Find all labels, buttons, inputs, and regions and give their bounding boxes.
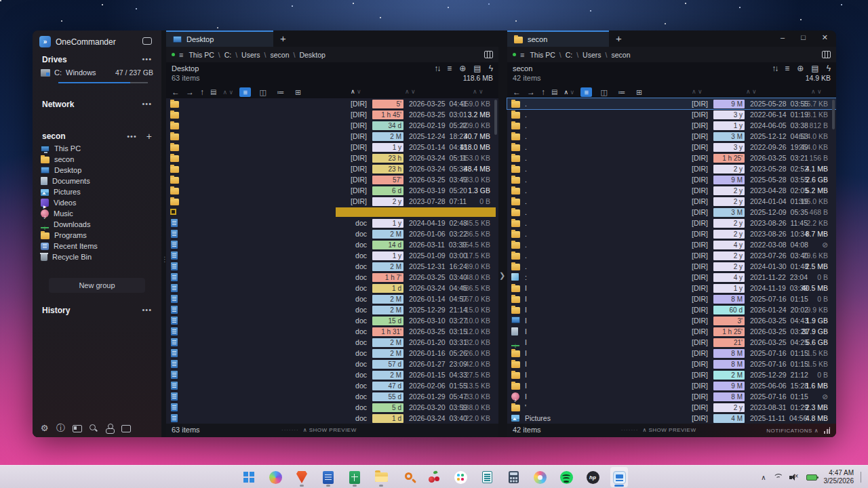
new-tab-button[interactable]: + [280, 33, 286, 44]
file-row[interactable]: . [DIR] 2 y 2023-04-28 02:05 5.2 MB [507, 185, 836, 196]
breadcrumb-segment[interactable]: secon [270, 51, 289, 59]
back-button[interactable]: ← [513, 87, 521, 97]
taskbar-cherry-icon[interactable] [425, 467, 443, 487]
preview-expand-chevron[interactable]: ❯ [499, 271, 505, 280]
sidebar-item-programs[interactable]: Programs [41, 230, 156, 241]
file-row[interactable]: doc 1 d 2026-03-24 04:45 486.5 KB [166, 283, 498, 293]
clipboard-icon[interactable]: ▤ [473, 64, 481, 73]
sidebar-item-music[interactable]: Music [41, 208, 156, 219]
forward-button[interactable]: → [186, 87, 194, 97]
file-row[interactable]: doc 2 M 2025-12-31 16:24 39.0 KB [166, 261, 498, 272]
layout-toggle-icon[interactable] [142, 37, 152, 45]
file-row[interactable]: . [DIR] 3 M 2025-12-12 04:53 614.0 KB [507, 131, 836, 142]
view-columns-button[interactable]: ◫ [598, 87, 610, 97]
file-row[interactable]: [DIR] 23 h 2026-03-24 05:38 48.4 MB [166, 163, 498, 174]
file-row[interactable]: . [DIR] 1 y 2024-06-05 03:38 812 B [507, 120, 836, 131]
view-tree-button[interactable]: ≔ [275, 87, 286, 97]
taskbar-sheets-icon[interactable] [346, 467, 363, 487]
back-button[interactable]: ← [172, 87, 180, 97]
file-row[interactable]: doc 2 M 2026-01-14 04:57 167.0 KB [166, 293, 498, 304]
search-icon[interactable] [88, 423, 98, 433]
history-menu-button[interactable]: ••• [142, 306, 152, 315]
file-row[interactable]: [DIR] 57' 2026-03-25 03:49 733.0 KB [166, 174, 498, 185]
sort-ext-carets[interactable]: ∧ ∨ [692, 88, 703, 95]
breadcrumb-segment[interactable]: Users [583, 51, 601, 59]
view-list-button[interactable]: ≡ [580, 87, 592, 97]
breadcrumb-segment[interactable]: C: [566, 51, 573, 59]
filter-icon[interactable]: ≡ [785, 64, 789, 73]
user-icon[interactable] [104, 423, 115, 433]
group-add-button[interactable]: + [146, 131, 152, 142]
file-row[interactable]: . [DIR] 2 y 2023-08-26 11:45 2.2 KB [507, 218, 836, 228]
taskbar-copilot-icon[interactable] [267, 467, 284, 487]
sidebar-item-desktop[interactable]: Desktop [41, 165, 156, 176]
collapse-button[interactable]: ∧ ∨ [222, 89, 233, 96]
file-row[interactable]: . [DIR] 9 M 2025-05-28 03:55 2.6 GB [507, 174, 836, 185]
file-row[interactable]: I [DIR] 1 h 25' 2026-03-25 03:21 37.9 GB [507, 326, 836, 337]
sidebar-item-recycle-bin[interactable]: Recycle Bin [41, 251, 156, 262]
filter-icon[interactable]: ≡ [447, 64, 452, 73]
sidebar-item-documents[interactable]: Documents [41, 176, 156, 186]
sort-ext-carets[interactable]: ∧ ∨ [351, 88, 361, 95]
file-row[interactable]: doc 1 h 7' 2026-03-25 03:40 48.0 KB [166, 272, 498, 283]
file-row[interactable]: I [DIR] 3' 2026-03-25 04:43 1.9 GB [507, 315, 836, 326]
sidebar-item-recent-items[interactable]: Recent Items [41, 241, 156, 251]
taskbar-spotify-icon[interactable] [557, 467, 575, 487]
file-row[interactable]: [DIR] 23 h 2026-03-24 05:11 953.0 KB [166, 152, 498, 163]
view-list-button[interactable]: ≡ [239, 87, 251, 97]
menu-icon[interactable]: ≡ [179, 51, 183, 59]
taskbar-explorer-icon[interactable] [372, 467, 390, 487]
breadcrumb-segment[interactable]: Desktop [299, 51, 326, 59]
group-menu-button[interactable]: ••• [127, 132, 137, 140]
tray-overflow-chevron-icon[interactable]: ∧ [761, 474, 766, 481]
file-row[interactable]: . [DIR] 1 h 25' 2026-03-25 03:21 156 B [507, 152, 836, 163]
notifications-toggle[interactable]: NOTIFICATIONS ∧ [766, 428, 818, 434]
forward-button[interactable]: → [527, 87, 535, 97]
file-row[interactable]: doc 1 d 2026-03-24 03:40 22.0 KB [166, 413, 498, 424]
columns-view-icon[interactable] [822, 51, 831, 58]
file-row[interactable]: [DIR] 2 M 2025-12-24 18:23 40.7 MB [166, 131, 498, 142]
file-row[interactable]: doc 15 d 2026-03-10 03:27 10.0 KB [166, 315, 498, 326]
taskbar-onecommander-icon[interactable] [610, 467, 628, 487]
paste-button[interactable]: ▤ [210, 88, 216, 96]
file-row[interactable]: . [DIR] 3 y 2022-09-26 19:49 254.0 KB [507, 142, 836, 152]
add-icon[interactable]: ⊕ [459, 64, 466, 73]
up-button[interactable]: ↑ [200, 87, 204, 97]
file-row[interactable]: doc 1 y 2024-04-19 02:48 45.5 KB [166, 218, 498, 228]
taskbar-brave-icon[interactable] [293, 467, 311, 487]
up-button[interactable]: ↑ [541, 87, 545, 97]
menu-icon[interactable]: ≡ [520, 51, 524, 59]
file-row[interactable]: I [DIR] 2 M 2025-12-29 21:12 0 B [507, 369, 836, 380]
breadcrumb-segment[interactable]: secon [611, 51, 630, 59]
file-row[interactable]: doc 55 d 2026-01-29 05:47 33.0 KB [166, 391, 498, 402]
activity-chart-icon[interactable] [824, 427, 832, 434]
taskbar-hp-icon[interactable]: hp [584, 467, 601, 487]
show-desktop-divider[interactable] [861, 472, 861, 483]
clock[interactable]: 4:47 AM 3/25/2026 [824, 469, 854, 485]
file-row[interactable]: doc 5 d 2026-03-20 03:59 138.0 KB [166, 402, 498, 413]
taskbar-notes-icon[interactable] [478, 467, 496, 487]
file-row[interactable] [166, 207, 498, 218]
file-row[interactable]: doc 2 M 2025-12-29 21:14 15.0 KB [166, 304, 498, 315]
view-grid-button[interactable]: ⊞ [633, 87, 645, 97]
file-row[interactable]: doc 1 h 31' 2026-03-25 03:15 12.0 KB [166, 326, 498, 337]
file-row[interactable]: . [DIR] 3 y 2022-06-14 01:19 8.1 KB [507, 109, 836, 120]
drive-row[interactable]: C: Windows 47 / 237 GB [41, 68, 153, 77]
file-row[interactable]: ' [DIR] 2 y 2023-08-31 01:29 2.3 MB [507, 402, 836, 413]
paste-button[interactable]: ▤ [551, 88, 557, 96]
new-group-button[interactable]: New group [49, 278, 145, 293]
file-row[interactable]: [DIR] 1 y 2025-01-14 04:18 418.0 MB [166, 142, 498, 152]
view-grid-button[interactable]: ⊞ [292, 87, 304, 97]
taskbar-slack-icon[interactable] [452, 467, 469, 487]
sort-icon[interactable]: ↑↓ [772, 64, 777, 73]
taskbar-paint-icon[interactable] [531, 467, 549, 487]
file-row[interactable]: I [DIR] 8 M 2025-07-16 01:15 ⊘ [507, 391, 836, 402]
window-layout-icon[interactable] [121, 423, 131, 433]
sort-size-carets[interactable]: ∧ ∨ [473, 88, 484, 95]
sort-icon[interactable]: ↑↓ [434, 64, 439, 73]
file-row[interactable]: doc 14 d 2026-03-11 03:39 154.5 KB [166, 239, 498, 250]
file-row[interactable]: doc 2 M 2026-01-15 04:33 27.5 KB [166, 369, 498, 380]
sidebar-item-this-pc[interactable]: This PC [41, 143, 156, 154]
file-row[interactable]: . [DIR] 4 y 2022-03-08 04:08 ⊘ [507, 239, 836, 250]
file-row[interactable]: . [DIR] 3 M 2025-12-09 05:35 468 B [507, 207, 836, 218]
